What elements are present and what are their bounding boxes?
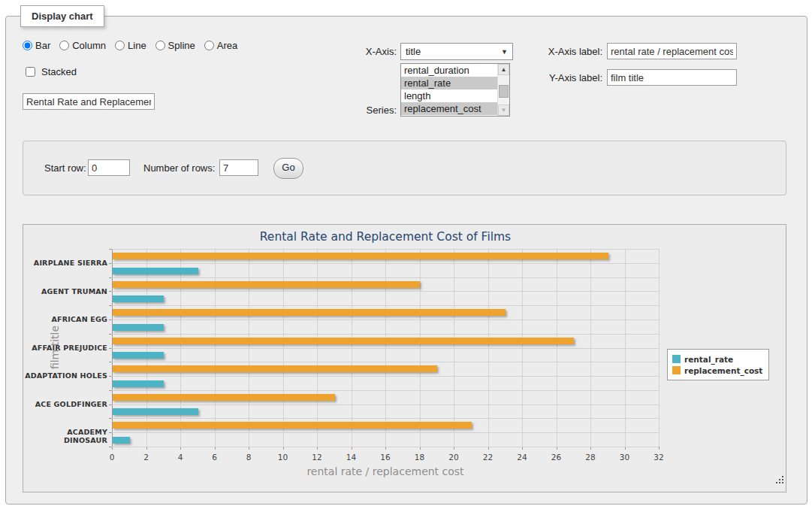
gridline-horizontal — [112, 249, 659, 250]
bar-rental_rate[interactable] — [113, 408, 198, 415]
bar-rental_rate[interactable] — [113, 324, 164, 331]
legend-label: rental_rate — [684, 355, 733, 364]
gridline-horizontal — [112, 305, 659, 306]
chart-type-option-column: Column — [59, 40, 106, 51]
chart-legend: rental_ratereplacement_cost — [667, 349, 769, 380]
y-axis-tick — [109, 362, 112, 362]
bar-replacement_cost[interactable] — [113, 338, 574, 344]
chart-type-radio-spline[interactable] — [155, 41, 165, 50]
row-range-box: Start row: Number of rows: Go — [23, 141, 786, 195]
x-tick-label: 6 — [204, 453, 226, 462]
x-tick-label: 30 — [614, 453, 636, 462]
x-axis-label-input[interactable] — [607, 43, 737, 59]
bar-rental_rate[interactable] — [113, 437, 130, 444]
gridline-horizontal — [112, 263, 659, 264]
bar-replacement_cost[interactable] — [113, 422, 472, 429]
gridline-horizontal — [112, 432, 659, 433]
y-axis-tick — [109, 404, 112, 405]
y-axis-tick — [109, 249, 112, 250]
chart-type-label: Area — [217, 40, 237, 51]
gridline-horizontal — [112, 362, 659, 362]
gridline-horizontal — [112, 418, 659, 419]
bar-replacement_cost[interactable] — [113, 309, 506, 316]
x-tick-label: 2 — [135, 453, 158, 462]
stacked-checkbox[interactable] — [26, 67, 35, 77]
series-option-rental_duration[interactable]: rental_duration — [401, 64, 498, 77]
chart-title: Rental Rate and Replacement Cost of Film… — [112, 230, 659, 244]
gridline-vertical — [659, 249, 660, 447]
series-option-replacement_cost[interactable]: replacement_cost — [401, 102, 498, 115]
x-axis-title: rental rate / replacement cost — [112, 465, 659, 477]
series-scrollbar[interactable]: ▲ ▼ — [497, 64, 509, 116]
chart-type-label: Bar — [35, 40, 50, 51]
y-axis-tick — [109, 447, 112, 447]
chart-type-radio-group: BarColumnLineSplineArea — [23, 40, 237, 51]
chart-title-input[interactable] — [23, 93, 155, 110]
legend-swatch-rental_rate — [672, 355, 681, 363]
gridline-horizontal — [112, 404, 659, 405]
legend-item-rental_rate[interactable]: rental_rate — [672, 353, 762, 365]
x-tick-label: 18 — [409, 453, 431, 462]
x-tick-label: 8 — [237, 453, 260, 462]
y-axis-tick — [109, 320, 112, 320]
chart-type-radio-line[interactable] — [115, 41, 125, 50]
resize-handle-icon[interactable] — [775, 475, 784, 484]
bar-rental_rate[interactable] — [113, 380, 164, 387]
x-tick-label: 22 — [477, 453, 500, 462]
chart-type-label: Column — [72, 40, 106, 51]
category-label: ADAPTATION HOLES — [25, 371, 107, 380]
y-axis-tick — [109, 348, 112, 349]
x-axis-select[interactable]: title ▼ — [400, 43, 513, 60]
stacked-checkbox-row: Stacked — [23, 65, 77, 79]
gridline-horizontal — [112, 334, 659, 335]
scroll-down-icon[interactable]: ▼ — [498, 105, 509, 116]
fieldset-title: Display chart — [20, 5, 104, 27]
x-tick-label: 0 — [101, 453, 123, 462]
x-tick-label: 12 — [306, 453, 328, 462]
series-multiselect[interactable]: rental_durationrental_ratelengthreplacem… — [400, 63, 510, 117]
bar-replacement_cost[interactable] — [113, 365, 437, 372]
y-axis-tick — [109, 291, 112, 292]
legend-item-replacement_cost[interactable]: replacement_cost — [672, 365, 762, 376]
chart-type-radio-area[interactable] — [204, 41, 214, 50]
go-button[interactable]: Go — [273, 158, 303, 179]
gridline-horizontal — [112, 348, 659, 349]
y-axis-label-input[interactable] — [607, 69, 737, 86]
chart-type-radio-column[interactable] — [59, 41, 69, 50]
y-axis-tick — [109, 432, 112, 433]
y-axis-tick — [109, 376, 112, 377]
bar-rental_rate[interactable] — [113, 352, 164, 359]
gridline-horizontal — [112, 277, 659, 278]
x-tick-label: 26 — [545, 453, 568, 462]
bar-rental_rate[interactable] — [113, 295, 164, 302]
category-label: ACADEMY DINOSAUR — [25, 428, 107, 444]
series-options: rental_durationrental_ratelengthreplacem… — [401, 64, 498, 115]
bar-rental_rate[interactable] — [113, 268, 198, 274]
chart-type-option-spline: Spline — [155, 40, 195, 51]
scrollbar-thumb[interactable] — [499, 85, 509, 98]
number-of-rows-input[interactable] — [219, 159, 258, 176]
y-axis-tick — [109, 418, 112, 419]
category-label: AFRICAN EGG — [25, 315, 107, 323]
bar-replacement_cost[interactable] — [113, 394, 335, 401]
x-axis-tick — [659, 447, 660, 450]
legend-swatch-replacement_cost — [672, 366, 681, 374]
series-option-length[interactable]: length — [401, 89, 498, 102]
bar-replacement_cost[interactable] — [113, 253, 608, 259]
chart-type-label: Spline — [168, 40, 195, 51]
gridline-horizontal — [112, 291, 659, 292]
bar-replacement_cost[interactable] — [113, 281, 420, 288]
chart-type-option-line: Line — [115, 40, 146, 51]
scroll-up-icon[interactable]: ▲ — [498, 64, 509, 75]
number-of-rows-label: Number of rows: — [143, 162, 215, 174]
chevron-down-icon: ▼ — [501, 48, 508, 56]
chart-type-option-bar: Bar — [23, 40, 50, 51]
chart-type-radio-bar[interactable] — [23, 41, 32, 50]
start-row-label: Start row: — [44, 162, 86, 174]
category-label: AIRPLANE SIERRA — [25, 259, 107, 267]
x-tick-label: 32 — [647, 453, 670, 462]
start-row-input[interactable] — [88, 159, 130, 176]
x-axis-select-label: X-Axis: — [337, 46, 397, 57]
series-option-rental_rate[interactable]: rental_rate — [401, 77, 498, 89]
y-axis-tick — [109, 334, 112, 335]
